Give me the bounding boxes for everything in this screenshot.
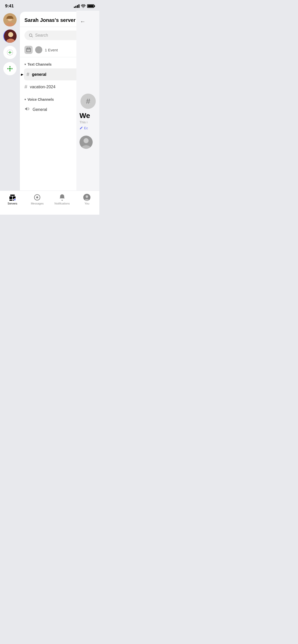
calendar-icon [24,46,33,54]
voice-channels-title: Voice Channels [28,97,54,101]
svg-point-26 [36,196,38,198]
svg-point-12 [7,68,9,69]
svg-point-9 [9,68,11,70]
messages-tab-label: Messages [31,202,44,205]
back-button[interactable]: ← [76,16,99,27]
servers-tab-label: Servers [8,202,17,205]
wifi-icon [81,4,86,8]
servers-notification-dot [13,198,16,201]
svg-point-0 [83,7,84,8]
tab-you[interactable]: You [75,194,100,205]
svg-rect-24 [10,195,15,196]
channel-name-vacation: vacation-2024 [30,85,56,89]
text-channels-chevron: ▾ [24,63,26,66]
edit-link[interactable]: Ec [78,125,89,131]
right-panel-peek: ← # We This i Ec [76,11,99,191]
status-bar: 9:41 [0,0,99,11]
channel-icon-large: # [80,94,96,109]
status-icons [74,4,94,8]
battery-icon [87,4,94,8]
channel-hash-icon-2: # [24,84,27,90]
tab-bar: Servers Messages Notifications [0,191,99,212]
tab-notifications[interactable]: Notifications [50,194,75,205]
servers-icon [9,194,16,201]
svg-point-28 [86,195,88,198]
welcome-title: We [78,112,91,120]
channel-name-voice-general: General [33,107,47,112]
tab-messages[interactable]: Messages [25,194,50,205]
sidebar-avatar-other[interactable] [3,30,17,43]
server-name: Sarah Jonas's server [24,17,75,23]
svg-point-5 [8,32,13,37]
welcome-subtitle: This i [78,120,88,125]
notifications-tab-label: Notifications [55,202,70,205]
svg-point-18 [84,138,89,143]
svg-rect-20 [9,196,12,199]
svg-point-13 [11,68,13,69]
svg-point-10 [9,66,11,67]
you-avatar-icon [83,194,90,201]
channel-name-general: general [32,72,46,77]
right-panel-user-avatar [79,136,93,149]
search-icon [29,33,33,38]
search-placeholder: Search [35,33,48,38]
status-time: 9:41 [5,4,14,9]
channel-hash-icon: # [26,71,29,77]
svg-point-11 [9,70,11,71]
main-layout: Sarah Jonas's server ··· Search [0,11,99,191]
signal-icon [74,4,79,8]
text-channels-title: Text Channels [28,62,52,66]
event-label: 1 Event [45,48,58,52]
add-server-button[interactable] [3,46,17,59]
tab-servers[interactable]: Servers [0,194,25,205]
messages-icon [34,194,41,201]
search-bar[interactable]: Search [24,31,80,40]
sidebar [0,11,20,191]
discover-button[interactable] [3,62,17,75]
voice-channels-chevron: ▾ [24,98,26,101]
svg-rect-22 [9,200,12,201]
speaker-icon [24,106,30,113]
notifications-icon [59,194,66,201]
svg-rect-16 [27,48,31,52]
sidebar-avatar-sarah[interactable] [3,13,17,26]
you-tab-label: You [85,202,89,205]
